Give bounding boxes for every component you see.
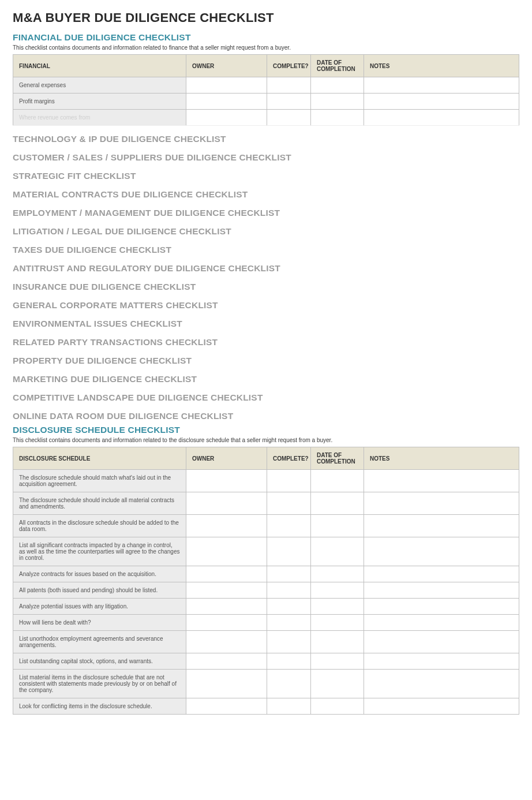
section-heading-collapsed[interactable]: INSURANCE DUE DILIGENCE CHECKLIST xyxy=(13,282,519,292)
table-row: The disclosure schedule should include a… xyxy=(13,492,519,515)
section-heading-disclosure: DISCLOSURE SCHEDULE CHECKLIST xyxy=(13,425,519,435)
section-heading-collapsed[interactable]: GENERAL CORPORATE MATTERS CHECKLIST xyxy=(13,300,519,311)
cell-label: Where revenue comes from xyxy=(13,110,186,126)
section-heading-collapsed[interactable]: STRATEGIC FIT CHECKLIST xyxy=(13,171,519,181)
cell-date[interactable] xyxy=(311,470,364,492)
table-row: Profit margins xyxy=(13,94,519,110)
col-notes: NOTES xyxy=(364,447,519,470)
page-title: M&A BUYER DUE DILIGENCE CHECKLIST xyxy=(13,10,519,25)
cell-date[interactable] xyxy=(311,94,364,110)
cell-date[interactable] xyxy=(311,77,364,94)
cell-complete[interactable] xyxy=(267,698,311,715)
cell-notes[interactable] xyxy=(364,94,519,110)
cell-complete[interactable] xyxy=(267,110,311,126)
cell-owner[interactable] xyxy=(186,582,267,599)
section-heading-collapsed[interactable]: COMPETITIVE LANDSCAPE DUE DILIGENCE CHEC… xyxy=(13,392,519,403)
cell-notes[interactable] xyxy=(364,492,519,515)
section-heading-collapsed[interactable]: ONLINE DATA ROOM DUE DILIGENCE CHECKLIST xyxy=(13,411,519,421)
cell-owner[interactable] xyxy=(186,615,267,631)
cell-label: All patents (both issued and pending) sh… xyxy=(13,582,186,599)
cell-notes[interactable] xyxy=(364,653,519,670)
cell-date[interactable] xyxy=(311,537,364,566)
cell-complete[interactable] xyxy=(267,537,311,566)
cell-notes[interactable] xyxy=(364,77,519,94)
disclosure-table: DISCLOSURE SCHEDULE OWNER COMPLETE? DATE… xyxy=(13,447,519,715)
table-row: List material items in the disclosure sc… xyxy=(13,670,519,698)
cell-complete[interactable] xyxy=(267,492,311,515)
cell-owner[interactable] xyxy=(186,631,267,653)
cell-notes[interactable] xyxy=(364,670,519,698)
cell-label: Analyze contracts for issues based on th… xyxy=(13,566,186,582)
cell-date[interactable] xyxy=(311,566,364,582)
cell-date[interactable] xyxy=(311,515,364,537)
cell-owner[interactable] xyxy=(186,77,267,94)
cell-owner[interactable] xyxy=(186,537,267,566)
cell-complete[interactable] xyxy=(267,670,311,698)
section-heading-collapsed[interactable]: MARKETING DUE DILIGENCE CHECKLIST xyxy=(13,374,519,384)
cell-complete[interactable] xyxy=(267,599,311,615)
section-heading-collapsed[interactable]: TECHNOLOGY & IP DUE DILIGENCE CHECKLIST xyxy=(13,134,519,144)
section-heading-collapsed[interactable]: ANTITRUST AND REGULATORY DUE DILIGENCE C… xyxy=(13,263,519,274)
cell-date[interactable] xyxy=(311,582,364,599)
cell-date[interactable] xyxy=(311,698,364,715)
cell-complete[interactable] xyxy=(267,582,311,599)
section-heading-collapsed[interactable]: RELATED PARTY TRANSACTIONS CHECKLIST xyxy=(13,337,519,347)
section-heading-collapsed[interactable]: TAXES DUE DILIGENCE CHECKLIST xyxy=(13,245,519,255)
cell-notes[interactable] xyxy=(364,566,519,582)
section-heading-financial: FINANCIAL DUE DILIGENCE CHECKLIST xyxy=(13,32,519,43)
cell-date[interactable] xyxy=(311,492,364,515)
cell-date[interactable] xyxy=(311,110,364,126)
cell-notes[interactable] xyxy=(364,582,519,599)
cell-label: Look for conflicting items in the disclo… xyxy=(13,698,186,715)
cell-complete[interactable] xyxy=(267,515,311,537)
cell-owner[interactable] xyxy=(186,110,267,126)
cell-complete[interactable] xyxy=(267,631,311,653)
cell-owner[interactable] xyxy=(186,566,267,582)
section-heading-collapsed[interactable]: ENVIRONMENTAL ISSUES CHECKLIST xyxy=(13,319,519,329)
table-row: Analyze potential issues with any litiga… xyxy=(13,599,519,615)
col-owner: OWNER xyxy=(186,55,267,77)
table-row: General expenses xyxy=(13,77,519,94)
table-row: List all significant contracts impacted … xyxy=(13,537,519,566)
cell-notes[interactable] xyxy=(364,615,519,631)
cell-notes[interactable] xyxy=(364,537,519,566)
cell-owner[interactable] xyxy=(186,599,267,615)
cell-owner[interactable] xyxy=(186,653,267,670)
cell-notes[interactable] xyxy=(364,515,519,537)
cell-date[interactable] xyxy=(311,653,364,670)
col-date: DATE OF COMPLETION xyxy=(311,55,364,77)
cell-complete[interactable] xyxy=(267,566,311,582)
cell-owner[interactable] xyxy=(186,515,267,537)
cell-owner[interactable] xyxy=(186,94,267,110)
col-date: DATE OF COMPLETION xyxy=(311,447,364,470)
cell-notes[interactable] xyxy=(364,110,519,126)
section-heading-collapsed[interactable]: PROPERTY DUE DILIGENCE CHECKLIST xyxy=(13,356,519,366)
cell-complete[interactable] xyxy=(267,94,311,110)
cell-complete[interactable] xyxy=(267,653,311,670)
cell-notes[interactable] xyxy=(364,470,519,492)
cell-owner[interactable] xyxy=(186,492,267,515)
cell-notes[interactable] xyxy=(364,631,519,653)
cell-date[interactable] xyxy=(311,631,364,653)
table-row: Where revenue comes from xyxy=(13,110,519,126)
section-heading-collapsed[interactable]: CUSTOMER / SALES / SUPPLIERS DUE DILIGEN… xyxy=(13,152,519,163)
cell-date[interactable] xyxy=(311,615,364,631)
col-complete: COMPLETE? xyxy=(267,447,311,470)
section-heading-collapsed[interactable]: EMPLOYMENT / MANAGEMENT DUE DILIGENCE CH… xyxy=(13,208,519,218)
cell-complete[interactable] xyxy=(267,77,311,94)
section-heading-collapsed[interactable]: LITIGATION / LEGAL DUE DILIGENCE CHECKLI… xyxy=(13,226,519,237)
cell-complete[interactable] xyxy=(267,615,311,631)
cell-owner[interactable] xyxy=(186,670,267,698)
cell-notes[interactable] xyxy=(364,599,519,615)
cell-owner[interactable] xyxy=(186,470,267,492)
section-desc-disclosure: This checklist contains documents and in… xyxy=(13,437,519,443)
cell-complete[interactable] xyxy=(267,470,311,492)
cell-notes[interactable] xyxy=(364,698,519,715)
section-heading-collapsed[interactable]: MATERIAL CONTRACTS DUE DILIGENCE CHECKLI… xyxy=(13,189,519,200)
col-financial: FINANCIAL xyxy=(13,55,186,77)
cell-label: List all significant contracts impacted … xyxy=(13,537,186,566)
cell-owner[interactable] xyxy=(186,698,267,715)
cell-date[interactable] xyxy=(311,599,364,615)
cell-date[interactable] xyxy=(311,670,364,698)
cell-label: List unorthodox employment agreements an… xyxy=(13,631,186,653)
